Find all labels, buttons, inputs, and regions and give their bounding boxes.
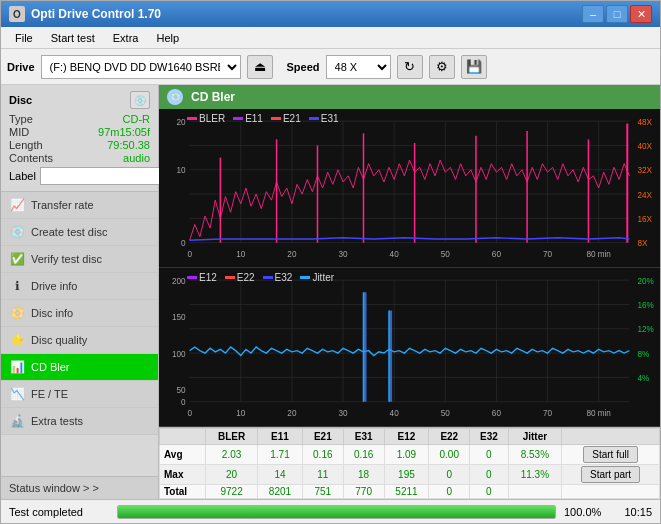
- disc-quality-icon: ⭐: [9, 332, 25, 348]
- drive-info-icon: ℹ: [9, 278, 25, 294]
- bottom-chart: E12 E22 E32 Jitter: [159, 268, 660, 427]
- disc-section: Disc 💿 Type CD-R MID 97m15:05f Length 79…: [1, 85, 158, 192]
- create-test-disc-label: Create test disc: [31, 226, 107, 238]
- legend-e22: E22: [225, 272, 255, 283]
- max-bler: 20: [206, 465, 258, 485]
- sidebar-item-disc-info[interactable]: 📀 Disc info: [1, 300, 158, 327]
- sidebar-item-disc-quality[interactable]: ⭐ Disc quality: [1, 327, 158, 354]
- col-header-e22: E22: [429, 429, 470, 445]
- table-row-avg: Avg 2.03 1.71 0.16 0.16 1.09 0.00 0 8.53…: [160, 445, 660, 465]
- max-e32: 0: [470, 465, 508, 485]
- svg-text:50: 50: [441, 249, 450, 260]
- svg-text:10: 10: [236, 408, 245, 419]
- svg-text:8%: 8%: [638, 348, 650, 359]
- total-e22: 0: [429, 485, 470, 499]
- start-part-button[interactable]: Start part: [581, 466, 640, 483]
- refresh-button[interactable]: ↻: [397, 55, 423, 79]
- fe-te-icon: 📉: [9, 386, 25, 402]
- col-header-e32: E32: [470, 429, 508, 445]
- save-button[interactable]: 💾: [461, 55, 487, 79]
- col-header-jitter: Jitter: [508, 429, 562, 445]
- title-bar: O Opti Drive Control 1.70 – □ ✕: [1, 1, 660, 27]
- svg-rect-0: [159, 109, 660, 267]
- col-header-bler: BLER: [206, 429, 258, 445]
- svg-text:10: 10: [176, 165, 185, 176]
- sidebar-item-drive-info[interactable]: ℹ Drive info: [1, 273, 158, 300]
- svg-text:40X: 40X: [638, 140, 653, 151]
- app-icon: O: [9, 6, 25, 22]
- max-label: Max: [160, 465, 206, 485]
- svg-text:12%: 12%: [638, 324, 654, 335]
- label-input[interactable]: [40, 167, 173, 185]
- drive-select[interactable]: (F:) BENQ DVD DD DW1640 BSRB: [41, 55, 241, 79]
- total-e11: 8201: [258, 485, 303, 499]
- svg-text:32X: 32X: [638, 165, 653, 176]
- verify-test-disc-label: Verify test disc: [31, 253, 102, 265]
- sidebar-item-cd-bler[interactable]: 📊 CD Bler: [1, 354, 158, 381]
- legend-e31: E31: [309, 113, 339, 124]
- label-text: Label: [9, 170, 36, 182]
- minimize-button[interactable]: –: [582, 5, 604, 23]
- svg-text:40: 40: [390, 249, 399, 260]
- svg-rect-70: [389, 311, 392, 402]
- max-e31: 18: [343, 465, 384, 485]
- total-e32: 0: [470, 485, 508, 499]
- disc-info-icon: 📀: [9, 305, 25, 321]
- svg-text:80 min: 80 min: [586, 249, 611, 260]
- total-e31: 770: [343, 485, 384, 499]
- sidebar-item-fe-te[interactable]: 📉 FE / TE: [1, 381, 158, 408]
- eject-button[interactable]: ⏏: [247, 55, 273, 79]
- legend-jitter: Jitter: [300, 272, 334, 283]
- disc-info-grid: Type CD-R MID 97m15:05f Length 79:50.38 …: [9, 113, 150, 164]
- sidebar-item-extra-tests[interactable]: 🔬 Extra tests: [1, 408, 158, 435]
- col-header-action: [562, 429, 660, 445]
- bottom-area: BLER E11 E21 E31 E12 E22 E32 Jitter: [159, 427, 660, 499]
- start-full-button[interactable]: Start full: [583, 446, 638, 463]
- close-button[interactable]: ✕: [630, 5, 652, 23]
- charts-container: BLER E11 E21 E31: [159, 109, 660, 427]
- drive-info-label: Drive info: [31, 280, 77, 292]
- disc-info-label: Disc info: [31, 307, 73, 319]
- status-window-button[interactable]: Status window > >: [1, 476, 158, 499]
- menu-start-test[interactable]: Start test: [43, 30, 103, 46]
- sidebar-item-transfer-rate[interactable]: 📈 Transfer rate: [1, 192, 158, 219]
- sidebar-item-verify-test-disc[interactable]: ✅ Verify test disc: [1, 246, 158, 273]
- legend-e12: E12: [187, 272, 217, 283]
- top-chart-svg: 20 10 0 48X 40X 32X 24X 16X 8X: [159, 109, 660, 267]
- legend-e11: E11: [233, 113, 263, 124]
- max-jitter: 11.3%: [508, 465, 562, 485]
- total-label: Total: [160, 485, 206, 499]
- svg-text:30: 30: [338, 408, 347, 419]
- svg-text:100: 100: [172, 348, 186, 359]
- sidebar-item-create-test-disc[interactable]: 💿 Create test disc: [1, 219, 158, 246]
- cd-bler-label: CD Bler: [31, 361, 70, 373]
- table-row-total: Total 9722 8201 751 770 5211 0 0: [160, 485, 660, 499]
- maximize-button[interactable]: □: [606, 5, 628, 23]
- svg-text:20: 20: [287, 249, 296, 260]
- settings-button[interactable]: ⚙: [429, 55, 455, 79]
- disc-icon-button[interactable]: 💿: [130, 91, 150, 109]
- type-label: Type: [9, 113, 69, 125]
- speed-select[interactable]: 48 X: [326, 55, 391, 79]
- svg-text:0: 0: [187, 249, 192, 260]
- length-value: 79:50.38: [69, 139, 150, 151]
- progress-bar: [117, 505, 556, 519]
- menu-help[interactable]: Help: [148, 30, 187, 46]
- menu-bar: File Start test Extra Help: [1, 27, 660, 49]
- fe-te-label: FE / TE: [31, 388, 68, 400]
- max-e21: 11: [302, 465, 343, 485]
- sidebar: Disc 💿 Type CD-R MID 97m15:05f Length 79…: [1, 85, 159, 499]
- avg-label: Avg: [160, 445, 206, 465]
- main-window: O Opti Drive Control 1.70 – □ ✕ File Sta…: [0, 0, 661, 524]
- transfer-rate-icon: 📈: [9, 197, 25, 213]
- avg-bler: 2.03: [206, 445, 258, 465]
- extra-tests-label: Extra tests: [31, 415, 83, 427]
- svg-text:20: 20: [287, 408, 296, 419]
- menu-file[interactable]: File: [7, 30, 41, 46]
- sidebar-nav: 📈 Transfer rate 💿 Create test disc ✅ Ver…: [1, 192, 158, 476]
- right-panel: 💿 CD Bler BLER E11: [159, 85, 660, 499]
- svg-text:20: 20: [176, 116, 185, 127]
- data-table: BLER E11 E21 E31 E12 E22 E32 Jitter: [159, 428, 660, 499]
- svg-text:20%: 20%: [638, 275, 654, 286]
- menu-extra[interactable]: Extra: [105, 30, 147, 46]
